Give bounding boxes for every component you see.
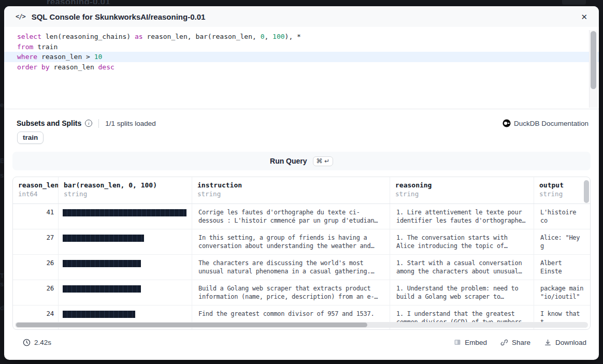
bar-visualization <box>63 311 135 318</box>
modal-header: </> SQL Console for SkunkworksAI/reasoni… <box>4 6 599 27</box>
column-header-reasoning[interactable]: reasoningstring <box>390 177 534 203</box>
column-type: string <box>539 190 585 198</box>
column-type: int64 <box>18 190 53 198</box>
table-row[interactable]: 26The characters are discussing the worl… <box>13 255 590 280</box>
split-badge-train[interactable]: train <box>17 132 44 144</box>
cell-reasoning: 1. The conversation starts with Alice in… <box>390 229 534 254</box>
sql-line: from train <box>4 42 599 52</box>
sql-line: order by reason_len desc <box>4 62 599 72</box>
cell-instruction-text: Find the greatest common divisor of 957 … <box>198 310 383 318</box>
duckdb-icon <box>503 119 511 127</box>
sql-editor[interactable]: select len(reasoning_chains) as reason_l… <box>4 27 599 109</box>
cell-output: L'histoire co informatique <box>534 204 590 229</box>
query-duration: 2.42s <box>23 339 51 346</box>
cell-reason-len: 26 <box>13 280 59 305</box>
background-edge-letter: e <box>0 101 4 109</box>
background-heading-fragment: reasoning-0.01 <box>47 0 110 4</box>
cell-instruction-text: In this setting, a group of friends is h… <box>198 234 383 250</box>
cell-reason-len: 41 <box>13 204 59 229</box>
cell-output-text: Alice: "Hey g meteorologist <box>540 234 584 251</box>
table-row[interactable]: 26Build a Golang web scraper that extrac… <box>13 280 590 305</box>
embed-icon <box>454 339 461 346</box>
download-label: Download <box>555 339 586 346</box>
cell-bar <box>59 280 192 305</box>
cell-reason-len: 26 <box>13 255 59 280</box>
cell-output: Albert Einste place called <box>534 255 590 280</box>
sql-editor-lines: select len(reasoning_chains) as reason_l… <box>4 27 599 72</box>
column-header-output[interactable]: outputstring <box>534 177 590 203</box>
cell-output-text: L'histoire co informatique <box>540 208 584 225</box>
clock-icon <box>23 339 31 346</box>
run-query-button[interactable]: Run Query ⌘ ↵ <box>12 152 591 170</box>
embed-button[interactable]: Embed <box>454 339 487 346</box>
cell-reasoning: 1. Start with a casual conversation amon… <box>390 255 534 280</box>
cell-reasoning: 1. Lire attentivement le texte pour iden… <box>390 204 534 229</box>
sql-line: select len(reasoning_chains) as reason_l… <box>4 32 599 42</box>
cell-output: package main "io/ioutil" ' <box>534 280 590 305</box>
cell-bar <box>59 229 192 254</box>
cell-output: Alice: "Hey g meteorologist <box>534 229 590 254</box>
cell-reasoning-text: 1. Understand the problem: need to build… <box>396 284 527 301</box>
share-button[interactable]: Share <box>500 339 530 346</box>
embed-label: Embed <box>465 339 487 346</box>
split-badges: train <box>17 132 44 144</box>
column-header-instruction[interactable]: instructionstring <box>192 177 390 203</box>
column-type: string <box>395 190 528 198</box>
subsets-label: Subsets and Splits <box>17 119 81 127</box>
table-body: 41Corrige les fautes d'orthographe du te… <box>13 204 590 330</box>
editor-scrollbar[interactable] <box>589 30 597 108</box>
cell-instruction: In this setting, a group of friends is h… <box>192 229 390 254</box>
table-row[interactable]: 41Corrige les fautes d'orthographe du te… <box>13 204 590 229</box>
cell-reasoning-text: 1. The conversation starts with Alice in… <box>396 234 527 250</box>
column-name: output <box>539 181 585 189</box>
column-name: reasoning <box>395 181 528 189</box>
keyboard-shortcut-badge: ⌘ ↵ <box>313 156 333 166</box>
run-query-label: Run Query <box>270 157 307 165</box>
close-icon[interactable]: ✕ <box>581 13 587 21</box>
duckdb-doc-link[interactable]: DuckDB Documentation <box>503 119 588 127</box>
background-edge-letter: T <box>0 272 4 280</box>
bar-visualization <box>63 285 141 293</box>
column-type: string <box>197 190 384 198</box>
column-type: string <box>64 190 186 198</box>
divider <box>98 119 99 128</box>
bar-visualization <box>63 260 141 267</box>
table-horizontal-scrollbar[interactable] <box>15 322 588 328</box>
download-button[interactable]: Download <box>544 339 586 346</box>
cell-reasoning-text: 1. Start with a casual conversation amon… <box>396 259 527 275</box>
table-horizontal-scrollbar-thumb[interactable] <box>16 323 367 327</box>
share-label: Share <box>512 339 530 346</box>
footer-actions: Embed Share <box>454 339 586 346</box>
background-button-fragment <box>562 0 586 5</box>
cell-instruction-text: The characters are discussing the world'… <box>198 259 383 275</box>
cell-bar <box>59 255 192 280</box>
sql-line: where reason_len > 10 <box>4 52 599 62</box>
background-edge-letter: s <box>0 280 4 288</box>
bar-visualization <box>63 235 144 242</box>
column-header-reason-len[interactable]: reason_lenint64 <box>13 177 59 203</box>
editor-scrollbar-thumb[interactable] <box>591 31 596 89</box>
background-edge-letter: d <box>0 304 4 312</box>
download-icon <box>544 339 552 346</box>
code-icon: </> <box>16 13 25 20</box>
cell-instruction: The characters are discussing the world'… <box>192 255 390 280</box>
sql-console-modal: </> SQL Console for SkunkworksAI/reasoni… <box>4 6 599 360</box>
table-header-row: reason_lenint64bar(reason_len, 0, 100)st… <box>13 177 590 204</box>
info-icon[interactable]: i <box>85 120 92 127</box>
results-table: reason_lenint64bar(reason_len, 0, 100)st… <box>12 177 591 330</box>
column-name: instruction <box>197 181 384 189</box>
cell-bar <box>59 204 192 229</box>
column-name: bar(reason_len, 0, 100) <box>64 181 186 189</box>
table-row[interactable]: 27In this setting, a group of friends is… <box>13 229 590 255</box>
table-vertical-scrollbar[interactable] <box>584 180 589 203</box>
subsets-row: Subsets and Splits i 1/1 splits loaded D… <box>17 118 588 129</box>
splits-loaded-status: 1/1 splits loaded <box>105 120 156 127</box>
background-edge-letter: s <box>0 171 4 179</box>
modal-title: SQL Console for SkunkworksAI/reasoning-0… <box>32 12 206 21</box>
duckdb-doc-label: DuckDB Documentation <box>514 120 588 127</box>
modal-footer: 2.42s Embed Share <box>12 334 591 350</box>
cell-output-text: package main "io/ioutil" ' <box>540 284 584 301</box>
cell-reason-len: 27 <box>13 229 59 254</box>
cell-reasoning: 1. Understand the problem: need to build… <box>390 280 534 305</box>
column-header-bar-reason-len-0-100-[interactable]: bar(reason_len, 0, 100)string <box>59 177 192 203</box>
